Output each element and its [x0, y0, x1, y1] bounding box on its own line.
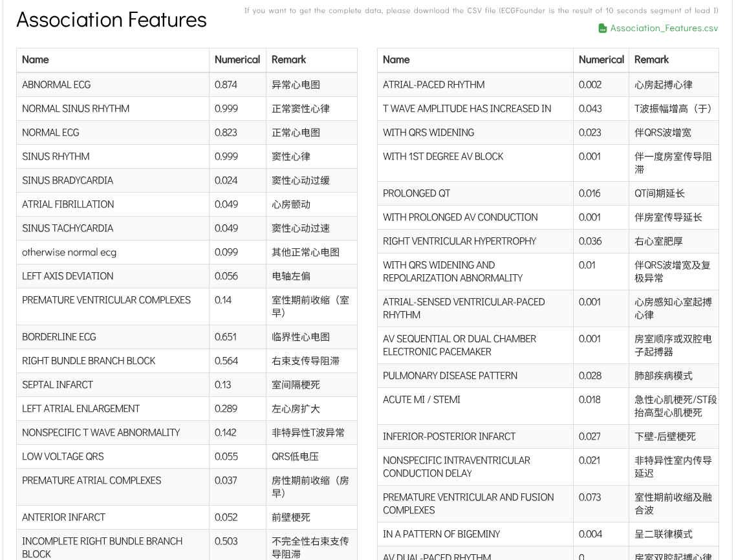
svg-text:csv: csv [600, 28, 606, 32]
